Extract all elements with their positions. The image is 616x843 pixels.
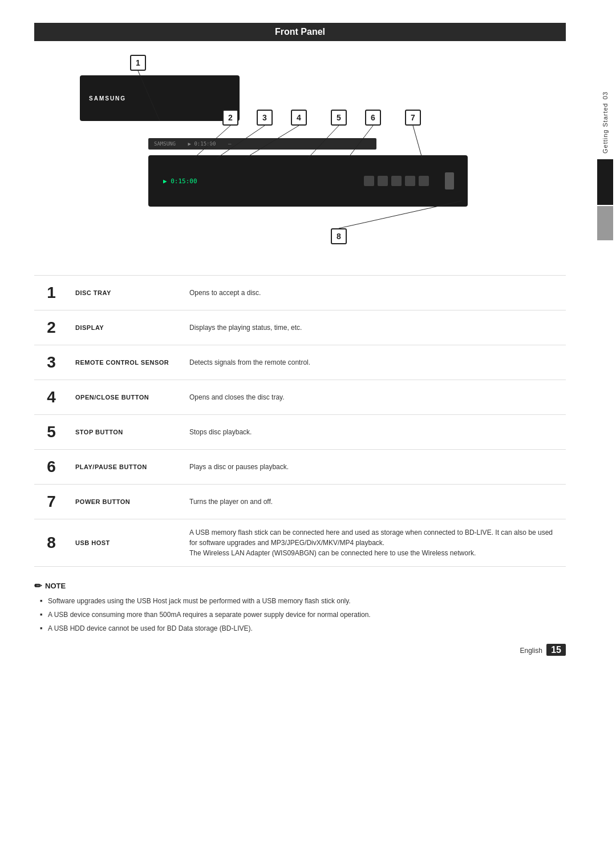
table-row: 3REMOTE CONTROL SENSORDetects signals fr… — [34, 345, 566, 380]
table-row: 6PLAY/PAUSE BUTTONPlays a disc or pauses… — [34, 450, 566, 485]
device-btn-1 — [364, 176, 374, 186]
item-description: A USB memory flash stick can be connecte… — [183, 519, 566, 567]
page-footer: English 15 — [34, 645, 566, 655]
page-container: Front Panel SAMSUNG — [0, 0, 616, 843]
svg-line-6 — [413, 126, 422, 158]
item-label: DISC TRAY — [68, 276, 183, 310]
callout-7: 7 — [405, 110, 421, 126]
callout-4: 4 — [291, 110, 307, 126]
item-label: REMOTE CONTROL SENSOR — [68, 345, 183, 380]
item-label: POWER BUTTON — [68, 485, 183, 519]
device-strip: SAMSUNG ▶ 0:15:00 — — [148, 138, 376, 150]
callout-8: 8 — [331, 228, 347, 244]
item-label: USB HOST — [68, 519, 183, 567]
callout-6: 6 — [365, 110, 381, 126]
item-number: 8 — [34, 519, 68, 567]
side-tab-bar-dark — [597, 159, 613, 205]
item-description: Detects signals from the remote control. — [183, 345, 566, 380]
callout-1: 1 — [130, 55, 146, 71]
table-row: 2DISPLAYDisplays the playing status, tim… — [34, 310, 566, 345]
item-number: 5 — [34, 415, 68, 450]
item-description: Opens to accept a disc. — [183, 276, 566, 310]
note-bullet: A USB device consuming more than 500mA r… — [40, 610, 566, 620]
item-number: 4 — [34, 380, 68, 415]
callout-3: 3 — [257, 110, 273, 126]
item-label: OPEN/CLOSE BUTTON — [68, 380, 183, 415]
device-main-illustration: ▶ 0:15:00 — [148, 155, 468, 207]
item-number: 3 — [34, 345, 68, 380]
language-label: English — [520, 647, 542, 655]
device-btn-3 — [391, 176, 402, 186]
chapter-label: Getting Started — [602, 103, 609, 154]
device-btn-4 — [405, 176, 415, 186]
item-label: PLAY/PAUSE BUTTON — [68, 450, 183, 485]
callout-2: 2 — [222, 110, 238, 126]
note-section: ✏ NOTE Software upgrades using the USB H… — [34, 580, 566, 634]
chapter-number: 03 — [602, 91, 609, 99]
item-description: Displays the playing status, time, etc. — [183, 310, 566, 345]
items-table: 1DISC TRAYOpens to accept a disc.2DISPLA… — [34, 275, 566, 567]
device-logo: SAMSUNG — [89, 95, 126, 102]
item-description: Opens and closes the disc tray. — [183, 380, 566, 415]
main-content: Front Panel SAMSUNG — [0, 0, 594, 843]
diagram-area: SAMSUNG SAMSUNG ▶ 0:15:00 — ▶ 0:15:00 — [34, 47, 566, 264]
device-button-group — [364, 176, 429, 186]
callout-5: 5 — [331, 110, 347, 126]
table-row: 8USB HOSTA USB memory flash stick can be… — [34, 519, 566, 567]
device-usb-port — [445, 172, 454, 189]
note-label: NOTE — [45, 582, 66, 590]
table-row: 7POWER BUTTONTurns the player on and off… — [34, 485, 566, 519]
section-title: Front Panel — [34, 23, 566, 41]
item-number: 6 — [34, 450, 68, 485]
device-btn-5 — [419, 176, 429, 186]
note-icon: ✏ — [34, 580, 42, 591]
item-number: 1 — [34, 276, 68, 310]
note-bullet: Software upgrades using the USB Host jac… — [40, 596, 566, 606]
item-number: 2 — [34, 310, 68, 345]
table-row: 4OPEN/CLOSE BUTTONOpens and closes the d… — [34, 380, 566, 415]
item-label: DISPLAY — [68, 310, 183, 345]
strip-text: SAMSUNG ▶ 0:15:00 — — [154, 141, 231, 147]
device-btn-2 — [378, 176, 388, 186]
note-bullet: A USB HDD device cannot be used for BD D… — [40, 623, 566, 634]
side-tab-bar-gray — [597, 206, 613, 240]
note-list: Software upgrades using the USB Host jac… — [34, 596, 566, 634]
device-display-text: ▶ 0:15:00 — [163, 178, 197, 185]
item-description: Plays a disc or pauses playback. — [183, 450, 566, 485]
item-label: STOP BUTTON — [68, 415, 183, 450]
item-description: Turns the player on and off. — [183, 485, 566, 519]
note-header: ✏ NOTE — [34, 580, 566, 591]
device-top-illustration: SAMSUNG — [80, 75, 240, 121]
item-number: 7 — [34, 485, 68, 519]
item-description: Stops disc playback. — [183, 415, 566, 450]
table-row: 1DISC TRAYOpens to accept a disc. — [34, 276, 566, 310]
side-tab-inner: 03 Getting Started — [597, 91, 613, 240]
side-tab: 03 Getting Started — [594, 0, 616, 843]
table-row: 5STOP BUTTONStops disc playback. — [34, 415, 566, 450]
page-number: 15 — [546, 644, 566, 656]
